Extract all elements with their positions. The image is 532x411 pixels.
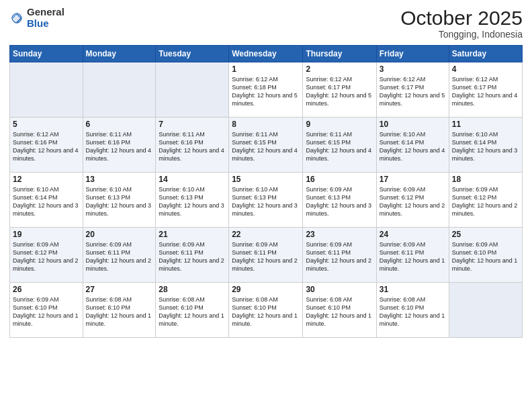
day-number: 15: [232, 175, 300, 184]
day-number: 30: [306, 285, 373, 294]
day-number: 27: [86, 285, 153, 294]
day-number: 21: [159, 230, 226, 239]
page: General Blue October 2025 Tongging, Indo…: [0, 0, 532, 411]
table-row: [10, 62, 83, 118]
table-row: 4Sunrise: 6:12 AM Sunset: 6:17 PM Daylig…: [449, 62, 522, 118]
day-number: 16: [306, 175, 373, 184]
day-info: Sunrise: 6:10 AM Sunset: 6:14 PM Dayligh…: [452, 130, 519, 163]
calendar-week-row: 19Sunrise: 6:09 AM Sunset: 6:12 PM Dayli…: [10, 228, 523, 283]
table-row: 21Sunrise: 6:09 AM Sunset: 6:11 PM Dayli…: [156, 228, 229, 283]
calendar-week-row: 5Sunrise: 6:12 AM Sunset: 6:16 PM Daylig…: [10, 118, 523, 173]
table-row: 2Sunrise: 6:12 AM Sunset: 6:17 PM Daylig…: [303, 62, 376, 118]
logo: General Blue: [9, 7, 64, 29]
day-number: 20: [86, 230, 153, 239]
table-row: 14Sunrise: 6:10 AM Sunset: 6:13 PM Dayli…: [156, 173, 229, 228]
table-row: 5Sunrise: 6:12 AM Sunset: 6:16 PM Daylig…: [10, 118, 83, 173]
table-row: 18Sunrise: 6:09 AM Sunset: 6:12 PM Dayli…: [449, 173, 522, 228]
day-info: Sunrise: 6:09 AM Sunset: 6:11 PM Dayligh…: [306, 240, 373, 273]
month-title: October 2025: [400, 7, 523, 29]
day-number: 1: [232, 64, 300, 74]
col-thursday: Thursday: [303, 46, 376, 62]
day-number: 10: [380, 120, 446, 129]
day-info: Sunrise: 6:10 AM Sunset: 6:14 PM Dayligh…: [13, 185, 80, 218]
table-row: 13Sunrise: 6:10 AM Sunset: 6:13 PM Dayli…: [83, 173, 156, 228]
header: General Blue October 2025 Tongging, Indo…: [9, 7, 523, 40]
logo-general: General: [27, 6, 64, 17]
day-info: Sunrise: 6:09 AM Sunset: 6:11 PM Dayligh…: [86, 240, 153, 273]
day-info: Sunrise: 6:11 AM Sunset: 6:15 PM Dayligh…: [232, 130, 300, 163]
calendar-week-row: 12Sunrise: 6:10 AM Sunset: 6:14 PM Dayli…: [10, 173, 523, 228]
day-info: Sunrise: 6:09 AM Sunset: 6:10 PM Dayligh…: [13, 295, 80, 328]
day-info: Sunrise: 6:12 AM Sunset: 6:17 PM Dayligh…: [306, 75, 373, 108]
location-subtitle: Tongging, Indonesia: [400, 29, 523, 40]
day-info: Sunrise: 6:09 AM Sunset: 6:12 PM Dayligh…: [380, 185, 446, 218]
day-info: Sunrise: 6:09 AM Sunset: 6:11 PM Dayligh…: [380, 240, 446, 273]
col-friday: Friday: [376, 46, 449, 62]
day-number: 29: [232, 285, 300, 294]
day-info: Sunrise: 6:09 AM Sunset: 6:11 PM Dayligh…: [159, 240, 226, 273]
table-row: 29Sunrise: 6:08 AM Sunset: 6:10 PM Dayli…: [229, 283, 303, 338]
day-number: 3: [380, 64, 446, 74]
day-number: 22: [232, 230, 300, 239]
table-row: 9Sunrise: 6:11 AM Sunset: 6:15 PM Daylig…: [303, 118, 376, 173]
calendar-table: Sunday Monday Tuesday Wednesday Thursday…: [9, 45, 523, 338]
day-number: 25: [452, 230, 519, 239]
day-info: Sunrise: 6:10 AM Sunset: 6:13 PM Dayligh…: [159, 185, 226, 218]
day-info: Sunrise: 6:08 AM Sunset: 6:10 PM Dayligh…: [232, 295, 300, 328]
table-row: 17Sunrise: 6:09 AM Sunset: 6:12 PM Dayli…: [376, 173, 449, 228]
day-info: Sunrise: 6:12 AM Sunset: 6:18 PM Dayligh…: [232, 75, 300, 108]
day-info: Sunrise: 6:08 AM Sunset: 6:10 PM Dayligh…: [380, 295, 446, 328]
day-number: 18: [452, 175, 519, 184]
table-row: 24Sunrise: 6:09 AM Sunset: 6:11 PM Dayli…: [376, 228, 449, 283]
day-number: 4: [452, 64, 519, 74]
logo-blue: Blue: [27, 17, 49, 29]
table-row: 15Sunrise: 6:10 AM Sunset: 6:13 PM Dayli…: [229, 173, 303, 228]
table-row: 28Sunrise: 6:08 AM Sunset: 6:10 PM Dayli…: [156, 283, 229, 338]
col-sunday: Sunday: [10, 46, 83, 62]
col-tuesday: Tuesday: [156, 46, 229, 62]
day-info: Sunrise: 6:10 AM Sunset: 6:13 PM Dayligh…: [86, 185, 153, 218]
day-info: Sunrise: 6:10 AM Sunset: 6:14 PM Dayligh…: [380, 130, 446, 163]
table-row: [83, 62, 156, 118]
table-row: 23Sunrise: 6:09 AM Sunset: 6:11 PM Dayli…: [303, 228, 376, 283]
table-row: 7Sunrise: 6:11 AM Sunset: 6:16 PM Daylig…: [156, 118, 229, 173]
day-info: Sunrise: 6:12 AM Sunset: 6:16 PM Dayligh…: [13, 130, 80, 163]
day-number: 13: [86, 175, 153, 184]
table-row: 22Sunrise: 6:09 AM Sunset: 6:11 PM Dayli…: [229, 228, 303, 283]
col-wednesday: Wednesday: [229, 46, 303, 62]
day-info: Sunrise: 6:08 AM Sunset: 6:10 PM Dayligh…: [159, 295, 226, 328]
day-number: 31: [380, 285, 446, 294]
day-number: 5: [13, 120, 80, 129]
day-info: Sunrise: 6:09 AM Sunset: 6:10 PM Dayligh…: [452, 240, 519, 273]
day-number: 11: [452, 120, 519, 129]
title-block: October 2025 Tongging, Indonesia: [400, 7, 523, 40]
day-info: Sunrise: 6:10 AM Sunset: 6:13 PM Dayligh…: [232, 185, 300, 218]
table-row: 30Sunrise: 6:08 AM Sunset: 6:10 PM Dayli…: [303, 283, 376, 338]
day-number: 8: [232, 120, 300, 129]
table-row: [156, 62, 229, 118]
day-info: Sunrise: 6:11 AM Sunset: 6:15 PM Dayligh…: [306, 130, 373, 163]
day-info: Sunrise: 6:12 AM Sunset: 6:17 PM Dayligh…: [452, 75, 519, 108]
day-number: 2: [306, 64, 373, 74]
table-row: 10Sunrise: 6:10 AM Sunset: 6:14 PM Dayli…: [376, 118, 449, 173]
day-info: Sunrise: 6:09 AM Sunset: 6:12 PM Dayligh…: [452, 185, 519, 218]
day-info: Sunrise: 6:08 AM Sunset: 6:10 PM Dayligh…: [86, 295, 153, 328]
day-number: 7: [159, 120, 226, 129]
calendar-week-row: 1Sunrise: 6:12 AM Sunset: 6:18 PM Daylig…: [10, 62, 523, 118]
day-info: Sunrise: 6:09 AM Sunset: 6:11 PM Dayligh…: [232, 240, 300, 273]
table-row: 12Sunrise: 6:10 AM Sunset: 6:14 PM Dayli…: [10, 173, 83, 228]
table-row: [449, 283, 522, 338]
table-row: 25Sunrise: 6:09 AM Sunset: 6:10 PM Dayli…: [449, 228, 522, 283]
table-row: 31Sunrise: 6:08 AM Sunset: 6:10 PM Dayli…: [376, 283, 449, 338]
day-info: Sunrise: 6:09 AM Sunset: 6:12 PM Dayligh…: [13, 240, 80, 273]
table-row: 19Sunrise: 6:09 AM Sunset: 6:12 PM Dayli…: [10, 228, 83, 283]
day-number: 24: [380, 230, 446, 239]
day-info: Sunrise: 6:09 AM Sunset: 6:13 PM Dayligh…: [306, 185, 373, 218]
table-row: 3Sunrise: 6:12 AM Sunset: 6:17 PM Daylig…: [376, 62, 449, 118]
table-row: 27Sunrise: 6:08 AM Sunset: 6:10 PM Dayli…: [83, 283, 156, 338]
day-number: 12: [13, 175, 80, 184]
table-row: 26Sunrise: 6:09 AM Sunset: 6:10 PM Dayli…: [10, 283, 83, 338]
table-row: 11Sunrise: 6:10 AM Sunset: 6:14 PM Dayli…: [449, 118, 522, 173]
table-row: 1Sunrise: 6:12 AM Sunset: 6:18 PM Daylig…: [229, 62, 303, 118]
logo-icon: [9, 11, 24, 26]
